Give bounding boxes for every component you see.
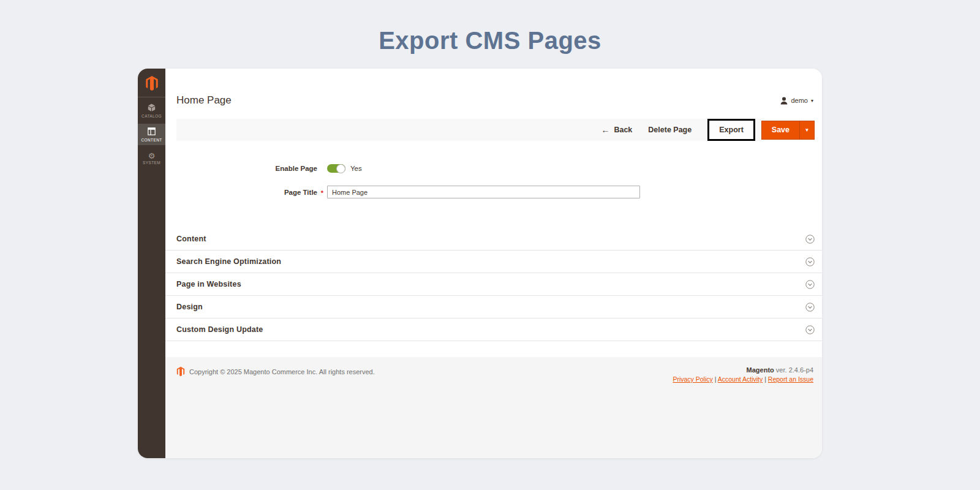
gear-icon: ⚙: [148, 152, 156, 160]
spacer: [165, 341, 822, 357]
sidebar-item-label: CATALOG: [141, 114, 162, 118]
magento-admin-window: CATALOG CONTENT ⚙ SYSTEM Home Page: [138, 69, 822, 458]
section-label: Search Engine Optimization: [176, 257, 281, 266]
back-button[interactable]: ← Back: [601, 125, 632, 135]
admin-sidebar: CATALOG CONTENT ⚙ SYSTEM: [138, 69, 165, 458]
collapsible-sections: Content Search Engine Optimization Page …: [165, 228, 822, 341]
page-header: Home Page demo ▾: [165, 94, 822, 107]
privacy-policy-link[interactable]: Privacy Policy: [673, 375, 712, 383]
delete-page-button[interactable]: Delete Page: [648, 126, 692, 134]
main-content: Home Page demo ▾ ← Back Delete Page Expo…: [165, 69, 822, 458]
content-layout-icon: [148, 127, 156, 137]
page-title-row: Page Title *: [165, 186, 822, 198]
page-form: Enable Page Yes Page Title *: [165, 164, 822, 211]
enable-page-row: Enable Page Yes: [165, 164, 822, 173]
chevron-down-circle-icon: [805, 235, 815, 244]
magento-logo-icon: [145, 75, 159, 91]
version-number: ver. 2.4.6-p4: [776, 366, 813, 374]
section-label: Custom Design Update: [176, 325, 263, 334]
section-content[interactable]: Content: [165, 228, 822, 251]
user-name: demo: [791, 97, 808, 104]
page-title: Home Page: [176, 94, 232, 107]
sidebar-item-label: SYSTEM: [143, 160, 160, 165]
required-asterisk: *: [317, 187, 327, 197]
section-design[interactable]: Design: [165, 296, 822, 318]
user-menu[interactable]: demo ▾: [780, 97, 813, 105]
section-seo[interactable]: Search Engine Optimization: [165, 251, 822, 273]
back-button-label: Back: [614, 126, 632, 134]
chevron-down-circle-icon: [805, 280, 815, 289]
copyright-text: Copyright © 2025 Magento Commerce Inc. A…: [189, 368, 375, 375]
report-an-issue-link[interactable]: Report an Issue: [768, 375, 813, 383]
save-button[interactable]: Save: [761, 121, 799, 140]
sidebar-item-system[interactable]: ⚙ SYSTEM: [138, 148, 165, 169]
sidebar-item-content[interactable]: CONTENT: [138, 124, 165, 145]
brand-name: Magento: [747, 366, 774, 374]
toggle-knob: [336, 164, 345, 173]
chevron-down-icon: ▾: [811, 98, 813, 104]
page-heading: Export CMS Pages: [0, 27, 980, 55]
enable-page-value: Yes: [350, 165, 362, 172]
page-title-label: Page Title: [165, 189, 317, 196]
action-toolbar: ← Back Delete Page Export Save ▼: [176, 119, 815, 141]
section-label: Page in Websites: [176, 280, 241, 288]
footer-links: Privacy Policy | Account Activity | Repo…: [673, 375, 813, 383]
delete-page-label: Delete Page: [648, 126, 692, 134]
enable-page-label: Enable Page: [165, 165, 317, 172]
footer-left: Copyright © 2025 Magento Commerce Inc. A…: [176, 366, 375, 377]
admin-footer: Copyright © 2025 Magento Commerce Inc. A…: [165, 357, 822, 458]
chevron-down-circle-icon: [805, 303, 815, 312]
section-label: Design: [176, 303, 203, 311]
user-icon: [780, 97, 788, 105]
save-options-caret[interactable]: ▼: [799, 121, 815, 140]
catalog-cube-icon: [148, 104, 156, 113]
section-custom-design-update[interactable]: Custom Design Update: [165, 318, 822, 341]
chevron-down-circle-icon: [805, 325, 815, 334]
save-split-button: Save ▼: [761, 121, 815, 140]
magento-logo[interactable]: [138, 69, 165, 97]
page-title-input[interactable]: [327, 186, 640, 198]
link-separator: |: [764, 375, 766, 383]
back-arrow-icon: ←: [601, 125, 609, 135]
sidebar-item-label: CONTENT: [141, 138, 162, 142]
link-separator: |: [715, 375, 717, 383]
export-button[interactable]: Export: [707, 119, 755, 141]
enable-page-toggle[interactable]: [327, 164, 345, 173]
sidebar-item-catalog[interactable]: CATALOG: [138, 100, 165, 121]
chevron-down-circle-icon: [805, 257, 815, 266]
account-activity-link[interactable]: Account Activity: [718, 375, 763, 383]
version-line: Magento ver. 2.4.6-p4: [673, 366, 813, 374]
section-page-in-websites[interactable]: Page in Websites: [165, 273, 822, 296]
footer-right: Magento ver. 2.4.6-p4 Privacy Policy | A…: [673, 366, 813, 383]
magento-footer-logo-icon: [176, 366, 185, 377]
section-label: Content: [176, 235, 206, 243]
